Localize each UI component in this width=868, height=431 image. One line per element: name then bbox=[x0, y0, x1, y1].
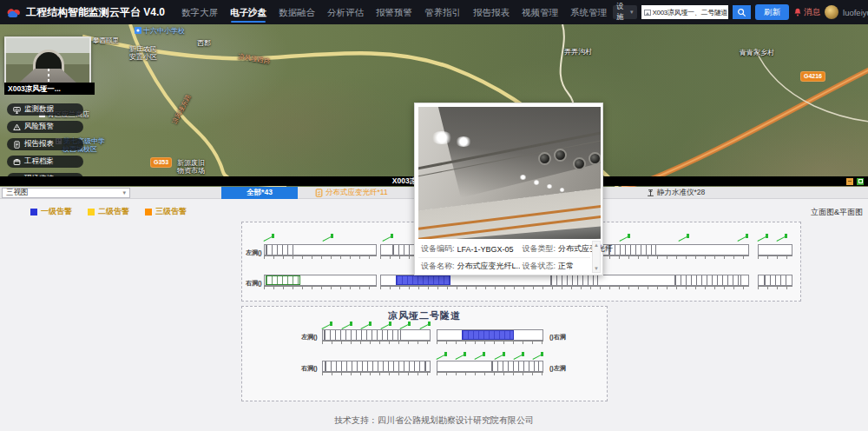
tunnel-strip[interactable] bbox=[437, 329, 543, 341]
legend-level3: 三级告警 bbox=[145, 206, 187, 217]
nav-item-video[interactable]: 视频管理 bbox=[516, 0, 564, 24]
tunnel-road-art bbox=[18, 69, 77, 83]
tab-all-devices[interactable]: 全部*43 bbox=[221, 187, 298, 199]
legend-level1: 一级告警 bbox=[30, 206, 72, 217]
popup-scrollbar[interactable]: ▲ ▼ bbox=[592, 241, 601, 273]
row-label: ()右洞 bbox=[549, 333, 566, 341]
level3-color-swatch bbox=[145, 209, 152, 216]
device-info-table: 设备编码: LFA-1-YBGX-05 设备类型: 分布式应变光纤 设备名称: … bbox=[418, 241, 590, 273]
selected-fiber-segment[interactable] bbox=[396, 275, 450, 285]
scroll-up-icon[interactable]: ▲ bbox=[594, 242, 599, 248]
row-label: 右洞() bbox=[301, 364, 318, 373]
nav-item-maintenance[interactable]: 管养指引 bbox=[418, 0, 467, 24]
footer-text: 技术支持：四川省公路规划勘察设计研究院有限公司 bbox=[0, 414, 868, 427]
level-gauge-icon bbox=[647, 189, 654, 197]
nav-item-alarm[interactable]: 报警预警 bbox=[370, 0, 418, 24]
jet-fan bbox=[538, 152, 551, 165]
tab-fiber-sensors[interactable]: 分布式应变光纤*11 bbox=[311, 187, 392, 199]
map-label-school16: 十六中小学校 bbox=[135, 27, 185, 35]
panel-tunnel-2: 凉风垭二号隧道 左洞() ()右洞 右洞() ()左洞 bbox=[241, 306, 608, 401]
device-status: 正常 bbox=[558, 261, 574, 272]
report-icon bbox=[13, 141, 21, 149]
user-avatar[interactable] bbox=[825, 5, 838, 19]
map-label-xijun: 西郡 bbox=[197, 39, 211, 47]
panel2-title: 凉风垭二号隧道 bbox=[242, 309, 607, 322]
app-title: 工程结构智能监测云平台 V4.0 bbox=[26, 5, 165, 20]
topbar-right: 设施 ▾ 刷新 消息 luofeiyu bbox=[613, 4, 868, 20]
app-logo-icon bbox=[5, 6, 23, 18]
tunnel-strip[interactable] bbox=[758, 244, 792, 255]
tab-static-levels[interactable]: 静力水准仪*28 bbox=[642, 187, 709, 199]
monitor-icon bbox=[13, 106, 21, 114]
messages-button[interactable]: 消息 bbox=[793, 7, 820, 18]
nav-item-reports[interactable]: 报告报表 bbox=[467, 0, 516, 24]
minimize-icon[interactable] bbox=[846, 178, 853, 185]
device-info-row: 设备名称: 分布式应变光纤L... 设备状态: 正常 bbox=[418, 257, 590, 274]
map-label-nongnonggoucun: 弄弄沟村 bbox=[564, 48, 592, 56]
row-label: 右洞() bbox=[246, 279, 262, 288]
window-controls bbox=[846, 178, 864, 185]
map-label-qingqingjia: 青青家乡村 bbox=[740, 49, 774, 56]
search-icon bbox=[737, 8, 746, 17]
nav-item-bigscreen[interactable]: 数字大屏 bbox=[175, 0, 224, 24]
tunnel-strip[interactable] bbox=[264, 244, 377, 255]
road-badge-g353: G353 bbox=[150, 157, 172, 168]
archive-icon bbox=[13, 158, 21, 166]
tunnel-strip[interactable] bbox=[322, 361, 431, 372]
tunnel-tooltip[interactable]: X003凉风垭一... bbox=[4, 83, 95, 95]
view-select[interactable]: 三视图 ▾ bbox=[2, 188, 130, 198]
search-button[interactable] bbox=[733, 5, 752, 19]
sensor-markers-row bbox=[322, 322, 431, 329]
fiber-doc-icon bbox=[315, 189, 323, 197]
sensor-markers-row bbox=[758, 234, 787, 242]
row-label: ()左洞 bbox=[549, 364, 566, 373]
chevron-down-icon: ▾ bbox=[122, 189, 126, 196]
tunnel-strip[interactable] bbox=[380, 275, 749, 286]
tunnel-strip[interactable] bbox=[758, 275, 792, 286]
jet-fan bbox=[589, 152, 601, 165]
elevation-plan-link[interactable]: 立面图&平面图 bbox=[811, 207, 863, 218]
facility-select[interactable]: 设施 ▾ bbox=[613, 5, 636, 19]
main-nav: 数字大屏 电子沙盘 数据融合 分析评估 报警预警 管养指引 报告报表 视频管理 … bbox=[175, 0, 613, 24]
nav-item-system[interactable]: 系统管理 bbox=[564, 0, 613, 24]
selected-fiber-segment[interactable] bbox=[462, 330, 515, 340]
top-bar: 工程结构智能监测云平台 V4.0 数字大屏 电子沙盘 数据融合 分析评估 报警预… bbox=[0, 0, 868, 24]
nav-item-sandbox[interactable]: 电子沙盘 bbox=[224, 0, 273, 24]
refresh-button[interactable]: 刷新 bbox=[755, 4, 789, 20]
bell-icon bbox=[793, 8, 802, 17]
map-label-xinzhuang: 新庄农民安置小区 bbox=[127, 45, 160, 61]
road-badge-g4216: G4216 bbox=[800, 71, 825, 82]
tunnel-strip[interactable] bbox=[264, 275, 377, 286]
jet-fan bbox=[554, 149, 567, 162]
device-code: LFA-1-YBGX-05 bbox=[457, 245, 520, 254]
sidebar-item-archives[interactable]: 工程档案 bbox=[7, 156, 83, 168]
facility-image-icon bbox=[644, 10, 651, 16]
device-popup: 设备编码: LFA-1-YBGX-05 设备类型: 分布式应变光纤 设备名称: … bbox=[414, 103, 603, 275]
device-info-row: 设备编码: LFA-1-YBGX-05 设备类型: 分布式应变光纤 bbox=[418, 241, 590, 257]
tunnel-strip[interactable] bbox=[437, 361, 543, 372]
tunnel-interior-photo bbox=[418, 107, 601, 239]
maximize-icon[interactable] bbox=[857, 178, 864, 185]
device-name: 分布式应变光纤L... bbox=[457, 261, 520, 272]
sidebar-item-monitoring-data[interactable]: 监测数据 bbox=[7, 103, 83, 116]
device-type: 分布式应变光纤 bbox=[558, 243, 613, 255]
nav-item-analysis[interactable]: 分析评估 bbox=[321, 0, 370, 24]
alert-icon bbox=[13, 123, 21, 131]
level2-color-swatch bbox=[88, 209, 95, 216]
sidebar-item-reports[interactable]: 报告报表 bbox=[7, 138, 83, 150]
sensor-markers-row bbox=[437, 352, 543, 360]
tunnel-strip[interactable] bbox=[322, 329, 431, 341]
legend-level2: 二级告警 bbox=[88, 206, 129, 217]
sidebar-item-risk-warning[interactable]: 风险预警 bbox=[7, 121, 83, 133]
level1-color-swatch bbox=[30, 209, 37, 216]
alarm-legend: 一级告警 二级告警 三级告警 bbox=[30, 206, 187, 217]
tunnel-thumbnail[interactable] bbox=[4, 36, 91, 85]
chevron-down-icon: ▾ bbox=[630, 9, 634, 16]
jet-fan bbox=[573, 157, 586, 170]
scroll-down-icon[interactable]: ▼ bbox=[594, 266, 599, 271]
map-label-xinyuan: 新源废旧物资市场 bbox=[175, 159, 207, 175]
nav-item-datafusion[interactable]: 数据融合 bbox=[273, 0, 321, 24]
row-label: 左洞() bbox=[246, 249, 262, 257]
search-input[interactable] bbox=[653, 9, 727, 17]
username: luofeiyu bbox=[843, 8, 868, 17]
